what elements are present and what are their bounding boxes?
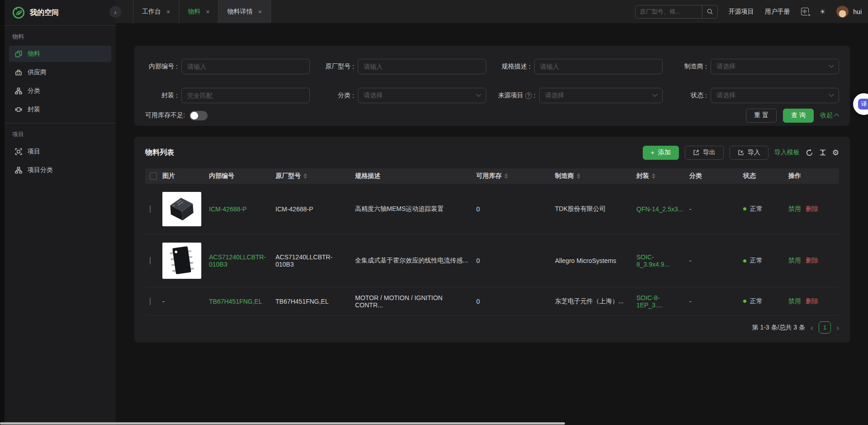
row-checkbox[interactable] bbox=[150, 298, 151, 305]
table-toolbar: + 添加 导出 导入 导入模板 bbox=[643, 146, 839, 160]
refresh-button[interactable] bbox=[806, 149, 813, 157]
category-select[interactable]: 请选择 bbox=[358, 88, 486, 103]
part-image[interactable] bbox=[162, 192, 201, 226]
mpn-cell: ICM-42688-P bbox=[275, 205, 355, 213]
tab-material-details[interactable]: 物料详情 × bbox=[218, 0, 270, 23]
topbar: ‹ 工作台 × 物料 × 物料详情 × bbox=[116, 0, 868, 24]
sidebar-item-packages[interactable]: 封装 bbox=[9, 101, 111, 118]
open-source-link[interactable]: 开源项目 bbox=[729, 8, 754, 16]
status-dot bbox=[743, 300, 746, 303]
delete-action[interactable]: 删除 bbox=[806, 257, 818, 265]
status-cell: 正常 bbox=[743, 257, 788, 265]
close-icon[interactable]: × bbox=[206, 8, 209, 15]
disable-action[interactable]: 禁用 bbox=[788, 297, 801, 306]
sidebar-item-label: 分类 bbox=[28, 87, 40, 95]
row-checkbox[interactable] bbox=[150, 205, 151, 213]
sidebar-item-materials[interactable]: 物料 bbox=[9, 46, 111, 62]
internal-number-link[interactable]: ICM-42688-P bbox=[209, 205, 275, 213]
column-header-package[interactable]: 封装 bbox=[636, 172, 689, 180]
table-settings-button[interactable]: ⚙ bbox=[832, 148, 839, 158]
workspace-title: 我的空间 bbox=[30, 8, 59, 18]
horizontal-scrollbar[interactable] bbox=[0, 422, 565, 425]
close-icon[interactable]: × bbox=[166, 8, 170, 15]
status-text: 正常 bbox=[750, 297, 763, 306]
tab-label: 物料 bbox=[188, 8, 200, 16]
theme-toggle-button[interactable]: ☀ bbox=[820, 8, 825, 16]
delete-action[interactable]: 删除 bbox=[806, 205, 818, 213]
source-project-select[interactable]: 请选择 bbox=[539, 88, 663, 103]
sort-icon[interactable] bbox=[304, 173, 307, 179]
prev-page-button[interactable]: ‹ bbox=[811, 324, 813, 332]
export-button[interactable]: 导出 bbox=[685, 146, 724, 160]
column-header-mpn[interactable]: 原厂型号 bbox=[275, 172, 355, 180]
ic-package-icon bbox=[15, 106, 22, 113]
translate-floating-button[interactable]: 译 bbox=[853, 93, 868, 115]
search-button[interactable] bbox=[702, 5, 717, 18]
mpn-cell: TB67H451FNG,EL bbox=[275, 298, 355, 305]
sidebar: 我的空间 物料 物料 供应商 bbox=[0, 0, 116, 425]
reset-button[interactable]: 重 置 bbox=[746, 109, 777, 123]
low-stock-toggle[interactable] bbox=[190, 111, 208, 120]
internal-number-link[interactable]: TB67H451FNG,EL bbox=[209, 298, 275, 305]
internal-number-input[interactable] bbox=[181, 59, 310, 74]
language-icon-sub: a bbox=[807, 13, 810, 17]
row-height-button[interactable] bbox=[819, 149, 826, 156]
column-header-manufacturer[interactable]: 制造商 bbox=[555, 172, 636, 180]
status-text: 正常 bbox=[750, 257, 763, 265]
sidebar-collapse-button[interactable]: ‹ bbox=[109, 6, 121, 18]
select-all-checkbox[interactable] bbox=[150, 172, 157, 180]
package-link[interactable]: QFN-14_2.5x3... bbox=[636, 205, 689, 213]
qfn-chip-image bbox=[167, 196, 196, 223]
sidebar-item-suppliers[interactable]: 供应商 bbox=[9, 64, 111, 81]
disable-action[interactable]: 禁用 bbox=[788, 205, 801, 213]
sort-icon[interactable] bbox=[652, 173, 655, 179]
page-number-button[interactable]: 1 bbox=[819, 321, 831, 334]
close-icon[interactable]: × bbox=[258, 8, 261, 15]
window-edge bbox=[0, 0, 5, 425]
import-label: 导入 bbox=[748, 148, 760, 157]
package-link[interactable]: SOIC-8-1EP_3.... bbox=[636, 294, 689, 309]
part-image[interactable] bbox=[162, 243, 201, 279]
field-label: 分类: bbox=[322, 91, 354, 100]
sidebar-item-projects[interactable]: 项目 bbox=[9, 143, 111, 160]
package-input[interactable] bbox=[181, 88, 310, 103]
sort-icon[interactable] bbox=[577, 173, 580, 179]
manufacturer-select[interactable]: 请选择 bbox=[711, 59, 839, 74]
category-cell: - bbox=[689, 205, 743, 213]
collapse-filters-link[interactable]: 收起 bbox=[820, 111, 839, 119]
status-dot bbox=[743, 207, 746, 210]
package-link[interactable]: SOIC-8_3.9x4.9... bbox=[636, 253, 689, 268]
query-button[interactable]: 查 询 bbox=[783, 109, 814, 123]
delete-action[interactable]: 删除 bbox=[806, 297, 818, 306]
add-button[interactable]: + 添加 bbox=[643, 146, 679, 160]
tab-workbench[interactable]: 工作台 × bbox=[133, 0, 179, 23]
column-header-stock[interactable]: 可用库存 bbox=[476, 172, 555, 180]
filter-field-spec: 规格描述: bbox=[498, 59, 663, 74]
global-search-input[interactable] bbox=[636, 8, 702, 15]
workspace-header[interactable]: 我的空间 bbox=[5, 0, 116, 25]
help-icon[interactable]: ? bbox=[525, 92, 532, 99]
disable-action[interactable]: 禁用 bbox=[788, 257, 801, 265]
filter-field-category: 分类: 请选择 bbox=[322, 88, 486, 103]
row-checkbox[interactable] bbox=[150, 257, 151, 264]
stock-cell: 0 bbox=[476, 257, 555, 264]
status-select[interactable]: 请选择 bbox=[711, 88, 839, 103]
import-button[interactable]: 导入 bbox=[730, 146, 768, 160]
sort-icon[interactable] bbox=[504, 173, 508, 179]
internal-number-link[interactable]: ACS71240LLCBTR-010B3 bbox=[209, 253, 275, 268]
filter-field-mpn: 原厂型号: bbox=[322, 59, 486, 74]
spec-cell: MOTOR / MOTION / IGNITION CONTR... bbox=[355, 294, 476, 309]
mpn-input[interactable] bbox=[358, 59, 486, 74]
tab-materials[interactable]: 物料 × bbox=[179, 0, 218, 23]
sidebar-item-project-categories[interactable]: 项目分类 bbox=[9, 162, 111, 178]
language-switch-button[interactable]: 中 a bbox=[801, 8, 809, 15]
category-cell: - bbox=[689, 257, 743, 264]
avatar[interactable] bbox=[836, 5, 849, 18]
filter-panel: 内部编号: 原厂型号: 规格描述: 制造商: 请选择 封装: bbox=[134, 46, 850, 126]
sidebar-item-categories[interactable]: 分类 bbox=[9, 83, 111, 99]
user-manual-link[interactable]: 用户手册 bbox=[765, 8, 790, 16]
select-placeholder: 请选择 bbox=[545, 91, 653, 100]
import-template-link[interactable]: 导入模板 bbox=[774, 148, 800, 157]
next-page-button[interactable]: › bbox=[836, 324, 839, 332]
spec-input[interactable] bbox=[534, 59, 663, 74]
